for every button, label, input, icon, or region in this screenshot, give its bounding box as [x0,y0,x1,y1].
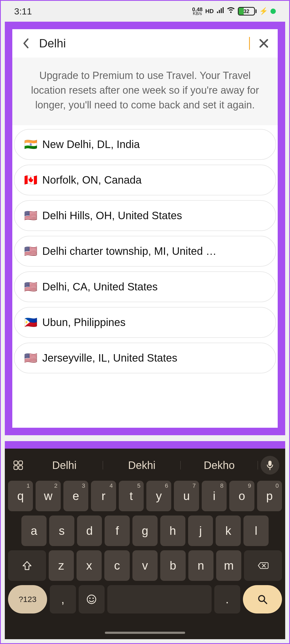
home-indicator[interactable] [105,632,185,634]
svg-rect-3 [19,466,22,469]
wifi-icon [227,7,235,15]
location-result[interactable]: 🇺🇸 Jerseyville, IL, United States [14,343,276,373]
letter-key[interactable]: h [160,516,185,546]
letter-key[interactable]: z [49,550,74,581]
location-label: Ubun, Philippines [42,316,125,328]
search-key[interactable] [243,585,282,613]
battery-icon: 32 [238,7,257,16]
location-result[interactable]: 🇺🇸 Delhi charter township, MI, United … [14,236,276,267]
location-label: Delhi, CA, United States [42,281,158,293]
letter-key[interactable]: s [49,516,74,546]
status-indicators: 0.48 KB/s HD 32 ⚡ [192,7,276,16]
letter-key[interactable]: x [77,550,102,581]
location-result[interactable]: 🇮🇳 New Delhi, DL, India [14,129,276,160]
svg-point-7 [93,598,94,599]
letter-key[interactable]: n [188,550,213,581]
results-list: 🇮🇳 New Delhi, DL, India 🇨🇦 Norfolk, ON, … [12,125,278,428]
flag-icon: 🇮🇳 [24,138,37,151]
letter-key[interactable]: l [243,516,269,546]
flag-icon: 🇵🇭 [24,316,37,329]
back-button[interactable] [20,38,31,49]
letter-key[interactable]: p0 [257,481,282,511]
location-label: Delhi Hills, OH, United States [42,210,182,222]
location-label: Jerseyville, IL, United States [42,352,177,364]
svg-point-5 [87,595,96,604]
keyboard-mic-button[interactable] [261,456,279,475]
privacy-indicator-dot [270,9,276,14]
letter-key[interactable]: b [160,550,185,581]
charging-icon: ⚡ [259,7,268,15]
location-result[interactable]: 🇨🇦 Norfolk, ON, Canada [14,165,276,195]
letter-key[interactable]: r4 [91,481,116,511]
location-result[interactable]: 🇺🇸 Delhi Hills, OH, United States [14,200,276,231]
flag-icon: 🇺🇸 [24,245,37,257]
clear-button[interactable] [258,37,270,49]
numbers-key[interactable]: ?123 [8,585,47,613]
period-key[interactable]: . [214,585,240,613]
keyboard-apps-button[interactable] [11,458,26,473]
flag-icon: 🇺🇸 [24,352,37,364]
on-screen-keyboard: Delhi Dekhi Dekho q1w2e3r4t5y6u7i8o9p0 a… [5,441,285,639]
svg-rect-1 [19,461,22,465]
keyboard-suggestion[interactable]: Dekho [181,459,258,471]
shift-key[interactable] [8,550,46,581]
svg-rect-2 [14,466,18,469]
comma-key[interactable]: , [50,585,76,613]
letter-key[interactable]: a [21,516,47,546]
letter-key[interactable]: u7 [174,481,199,511]
keyboard-suggestion[interactable]: Delhi [26,459,103,471]
search-input[interactable]: Delhi [39,37,250,50]
letter-key[interactable]: q1 [8,481,33,511]
letter-key[interactable]: w2 [36,481,60,511]
location-label: New Delhi, DL, India [42,138,140,150]
location-result[interactable]: 🇺🇸 Delhi, CA, United States [14,271,276,302]
location-label: Norfolk, ON, Canada [42,174,142,186]
letter-key[interactable]: d [77,516,102,546]
letter-key[interactable]: m [216,550,241,581]
emoji-key[interactable] [79,585,105,613]
flag-icon: 🇨🇦 [24,174,37,186]
backspace-key[interactable] [244,550,282,581]
letter-key[interactable]: e3 [63,481,88,511]
flag-icon: 🇺🇸 [24,281,37,293]
letter-key[interactable]: t5 [119,481,144,511]
letter-key[interactable]: y6 [146,481,171,511]
text-cursor [249,37,250,50]
space-key[interactable] [107,585,212,613]
svg-rect-0 [14,461,18,465]
location-result[interactable]: 🇵🇭 Ubun, Philippines [14,307,276,338]
letter-key[interactable]: i8 [202,481,227,511]
letter-key[interactable]: f [105,516,130,546]
flag-icon: 🇺🇸 [24,209,37,222]
signal-icon [216,7,224,15]
letter-key[interactable]: c [104,550,129,581]
letter-key[interactable]: j [188,516,213,546]
location-label: Delhi charter township, MI, United … [42,245,216,257]
search-header: Delhi [12,29,278,58]
svg-point-6 [89,598,91,599]
svg-rect-4 [268,461,272,466]
status-time: 3:11 [14,6,32,17]
keyboard-suggestion[interactable]: Dekhi [103,459,180,471]
premium-banner: Upgrade to Premium to use Travel. Your T… [12,58,278,125]
letter-key[interactable]: k [216,516,241,546]
letter-key[interactable]: g [132,516,158,546]
status-bar: 3:11 0.48 KB/s HD 32 ⚡ [1,1,289,22]
letter-key[interactable]: v [132,550,158,581]
letter-key[interactable]: o9 [229,481,254,511]
